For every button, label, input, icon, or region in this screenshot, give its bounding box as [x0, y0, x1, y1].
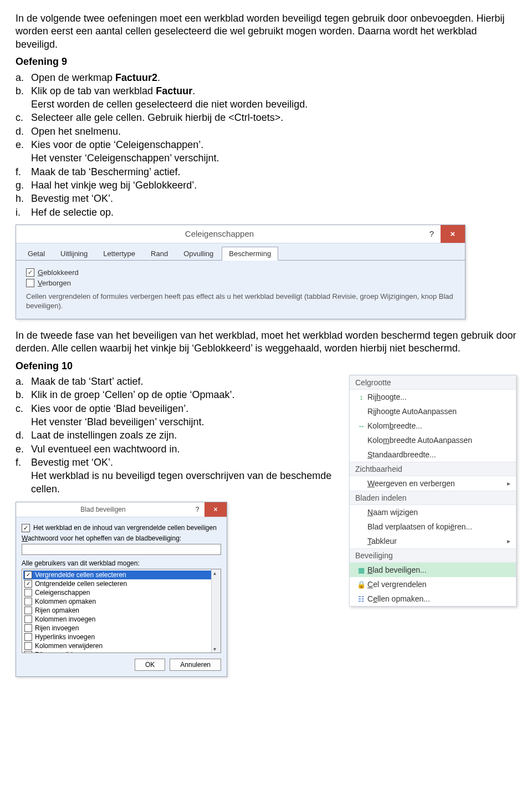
permissions-label: Alle gebruikers van dit werkblad mogen: — [22, 559, 221, 567]
menu-item-verplaatsen[interactable]: Blad verplaatsen of kopiëren... — [350, 519, 516, 534]
exercise-9-list: a. Open de werkmap Factuur2. b. Klik op … — [16, 71, 516, 219]
menu-item-naam[interactable]: Naam wijzigen — [350, 505, 516, 519]
menu-label: Blad verplaatsen of kopiëren... — [367, 522, 510, 531]
menu-item-rijhoogte[interactable]: ↕Rijhoogte... — [350, 390, 516, 404]
checkbox-icon — [24, 651, 32, 653]
cell-properties-dialog: Celeigenschappen ? × Getal Uitlijning Le… — [16, 225, 466, 319]
menu-label: Cel vergrendelen — [367, 580, 510, 589]
menu-label: Cellen opmaken... — [367, 594, 510, 603]
dialog-titlebar: Blad beveiligen ? × — [16, 502, 227, 517]
text: Open de werkmap — [31, 72, 115, 83]
protect-sheet-icon: ▦ — [355, 566, 367, 574]
list-subtext: Het werkblad is nu beveiligd tegen overs… — [31, 469, 341, 496]
checkbox-icon: ✓ — [24, 580, 32, 588]
menu-label: Weergeven en verbergen — [367, 479, 507, 488]
option-label: Ontgrendelde cellen selecteren — [35, 580, 127, 588]
tab-lettertype[interactable]: Lettertype — [96, 247, 142, 261]
list-label: b. — [16, 84, 31, 98]
text-bold: Factuur — [156, 85, 192, 96]
tab-getal[interactable]: Getal — [21, 247, 52, 261]
help-button[interactable]: ? — [423, 229, 441, 238]
permission-option[interactable]: Rijen opmaken — [23, 606, 219, 615]
checkbox-icon — [24, 642, 32, 650]
list-item: Maak de tab ‘Bescherming’ actief. — [31, 165, 516, 179]
tab-uitlijning[interactable]: Uitlijning — [53, 247, 95, 261]
list-label: h. — [16, 192, 31, 205]
checkbox-icon — [24, 615, 32, 623]
menu-label: Standaardbreedte... — [367, 450, 510, 459]
list-item: Selecteer alle gele cellen. Gebruik hier… — [31, 111, 516, 124]
list-item: Bevestig met ‘OK’. — [31, 192, 516, 205]
dialog-title: Blad beveiligen — [16, 506, 190, 513]
list-item: Haal het vinkje weg bij ‘Geblokkeerd’. — [31, 179, 516, 192]
permission-option[interactable]: Kolommen invoegen — [23, 615, 219, 624]
list-subtext: Het venster ‘Celeigenschappen’ verschijn… — [31, 151, 516, 165]
checkbox-icon: ✓ — [24, 571, 32, 579]
cancel-button[interactable]: Annuleren — [170, 659, 221, 671]
list-item: Open het snelmenu. — [31, 125, 516, 138]
scrollbar[interactable] — [211, 569, 221, 653]
permission-option[interactable]: Kolommen opmaken — [23, 597, 219, 606]
row-height-icon: ↕ — [355, 393, 367, 401]
column-width-icon: ↔ — [355, 422, 367, 430]
checkbox-label: Geblokkeerd — [38, 268, 79, 277]
menu-item-rijhoogte-auto[interactable]: Rijhoogte AutoAanpassen — [350, 404, 516, 419]
permission-option[interactable]: Hyperlinks invoegen — [23, 633, 219, 641]
list-item: Laat de instellingen zoals ze zijn. — [31, 429, 341, 442]
permission-option[interactable]: Kolommen verwijderen — [23, 641, 219, 650]
checkbox-protect-contents[interactable]: ✓ Het werkblad en de inhoud van vergrend… — [22, 524, 221, 532]
menu-label: Kolombreedte AutoAanpassen — [367, 436, 510, 445]
chevron-right-icon: ▸ — [507, 480, 510, 487]
permission-option[interactable]: ✓Ontgrendelde cellen selecteren — [23, 579, 219, 588]
menu-item-tabkleur[interactable]: Tabkleur▸ — [350, 534, 516, 548]
password-label: Wachtwoord voor het opheffen van de blad… — [22, 534, 221, 542]
help-button[interactable]: ? — [190, 506, 204, 513]
tab-bescherming[interactable]: Bescherming — [222, 247, 278, 261]
list-label: f. — [16, 456, 31, 469]
checkbox-icon — [24, 598, 32, 605]
menu-item-cel-vergrendelen[interactable]: 🔒Cel vergrendelen — [350, 577, 516, 592]
list-label: d. — [16, 429, 31, 442]
list-label: a. — [16, 375, 31, 388]
list-label: e. — [16, 442, 31, 456]
close-button[interactable]: × — [441, 225, 465, 243]
list-label: c. — [16, 111, 31, 124]
menu-item-kolombreedte[interactable]: ↔Kolombreedte... — [350, 419, 516, 433]
list-label: i. — [16, 206, 31, 219]
checkbox-verborgen[interactable]: Verborgen — [26, 279, 455, 287]
menu-item-kolombreedte-auto[interactable]: Kolombreedte AutoAanpassen — [350, 433, 516, 447]
permission-option[interactable]: ✓Vergrendelde cellen selecteren — [23, 570, 219, 579]
text: . — [192, 85, 195, 96]
ok-button[interactable]: OK — [135, 659, 165, 671]
option-label: Rijen verwijderen — [35, 651, 86, 653]
menu-item-weergeven[interactable]: Weergeven en verbergen▸ — [350, 476, 516, 491]
mid-paragraph: In de tweede fase van het beveiligen van… — [16, 329, 516, 355]
option-label: Kolommen verwijderen — [35, 642, 103, 650]
dialog-tabs: Getal Uitlijning Lettertype Rand Opvulli… — [16, 243, 465, 261]
list-item: Klik op de tab van werkblad Factuur. — [31, 84, 516, 98]
checkbox-geblokkeerd[interactable]: ✓ Geblokkeerd — [26, 268, 455, 277]
permissions-listbox[interactable]: ✓Vergrendelde cellen selecteren✓Ontgrend… — [22, 569, 221, 653]
list-label: e. — [16, 138, 31, 151]
menu-item-blad-beveiligen[interactable]: ▦Blad beveiligen... — [350, 563, 516, 577]
chevron-right-icon: ▸ — [507, 537, 510, 545]
permission-option[interactable]: Rijen verwijderen — [23, 650, 219, 653]
dialog-titlebar: Celeigenschappen ? × — [16, 225, 465, 243]
menu-item-cellen-opmaken[interactable]: ☷Cellen opmaken... — [350, 592, 516, 606]
option-label: Hyperlinks invoegen — [35, 633, 95, 641]
list-item: Vul eventueel een wachtwoord in. — [31, 442, 341, 456]
option-label: Celeigenschappen — [35, 589, 90, 597]
option-label: Rijen opmaken — [35, 607, 79, 614]
password-input[interactable] — [22, 544, 221, 555]
menu-label: Rijhoogte... — [367, 393, 510, 401]
tab-opvulling[interactable]: Opvulling — [176, 247, 221, 261]
permission-option[interactable]: Celeigenschappen — [23, 588, 219, 597]
checkbox-icon: ✓ — [22, 524, 30, 532]
option-label: Rijen invoegen — [35, 624, 79, 632]
menu-section-celgrootte: Celgrootte — [350, 375, 516, 390]
close-button[interactable]: × — [204, 502, 227, 517]
menu-item-standaardbreedte[interactable]: Standaardbreedte... — [350, 447, 516, 462]
tab-rand[interactable]: Rand — [144, 247, 175, 261]
menu-label: Kolombreedte... — [367, 421, 510, 430]
permission-option[interactable]: Rijen invoegen — [23, 624, 219, 633]
